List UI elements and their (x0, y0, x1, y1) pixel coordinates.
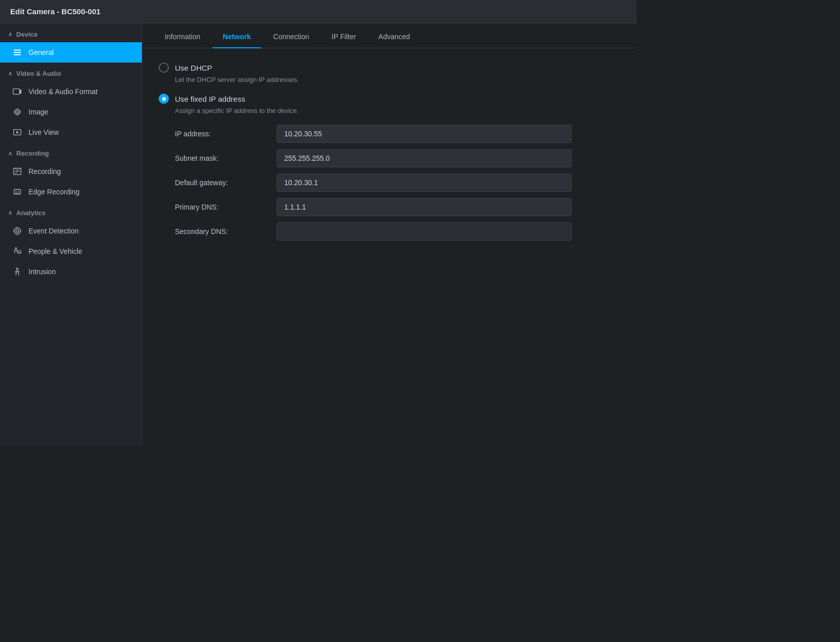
svg-rect-28 (18, 250, 21, 253)
tab-connection[interactable]: Connection (263, 23, 319, 48)
video-format-icon (12, 86, 22, 97)
chevron-analytics-icon: ∧ (8, 210, 12, 216)
svg-rect-17 (14, 168, 16, 169)
sidebar-item-recording[interactable]: Recording (0, 161, 142, 182)
field-row-secondary-dns: Secondary DNS: (175, 222, 620, 241)
field-row-primary-dns: Primary DNS: (175, 198, 620, 216)
general-icon (12, 47, 22, 57)
tab-bar: Information Network Connection IP Filter… (142, 23, 637, 48)
svg-point-29 (18, 253, 19, 254)
primary-dns-input[interactable] (277, 198, 572, 216)
event-detection-icon (12, 226, 22, 236)
network-form: Use DHCP Let the DHCP server assign IP a… (142, 48, 637, 265)
sidebar-item-people-vehicle[interactable]: People & Vehicle (0, 241, 142, 261)
svg-point-30 (20, 253, 21, 254)
sidebar: ∧ Device General ∧ Video & Audio (0, 23, 142, 446)
svg-point-6 (16, 110, 18, 113)
dhcp-radio-button[interactable] (159, 63, 169, 73)
edge-recording-icon: SD (12, 187, 22, 197)
dhcp-radio-row[interactable]: Use DHCP (159, 63, 620, 73)
sidebar-item-recording-label: Recording (28, 167, 61, 176)
sidebar-item-people-vehicle-label: People & Vehicle (28, 247, 82, 255)
section-device-label: Device (16, 31, 38, 38)
sidebar-item-intrusion-label: Intrusion (28, 268, 56, 276)
subnet-mask-input[interactable] (277, 149, 572, 167)
sidebar-item-event-detection-label: Event Detection (28, 227, 79, 235)
fixed-ip-description: Assign a specific IP address to the devi… (175, 107, 620, 114)
subnet-mask-label: Subnet mask: (175, 154, 277, 162)
fixed-ip-radio-row[interactable]: Use fixed IP address (159, 94, 620, 104)
sidebar-item-general[interactable]: General (0, 42, 142, 63)
default-gateway-input[interactable] (277, 173, 572, 192)
fixed-ip-label: Use fixed IP address (175, 95, 245, 103)
svg-marker-12 (16, 131, 19, 133)
sidebar-item-edge-recording[interactable]: SD Edge Recording (0, 182, 142, 202)
sidebar-item-event-detection[interactable]: Event Detection (0, 221, 142, 241)
svg-rect-2 (14, 54, 21, 55)
svg-point-21 (14, 228, 21, 235)
tab-ip-filter[interactable]: IP Filter (321, 23, 366, 48)
section-recording-label: Recording (16, 150, 49, 157)
title-bar: Edit Camera - BC500-001 (0, 0, 637, 23)
window-title: Edit Camera - BC500-001 (10, 7, 101, 16)
default-gateway-label: Default gateway: (175, 179, 277, 187)
chevron-device-icon: ∧ (8, 31, 12, 38)
chevron-recording-icon: ∧ (8, 150, 12, 157)
image-icon (12, 107, 22, 117)
svg-rect-1 (14, 52, 21, 53)
sidebar-item-live-view-label: Live View (28, 128, 59, 136)
ip-fields: IP address: Subnet mask: Default gateway… (175, 125, 620, 241)
ip-address-input[interactable] (277, 125, 572, 143)
recording-icon (12, 166, 22, 177)
tab-network[interactable]: Network (213, 23, 261, 48)
section-video-audio[interactable]: ∧ Video & Audio (0, 63, 142, 81)
sidebar-item-video-audio-format[interactable]: Video & Audio Format (0, 81, 142, 102)
sidebar-item-intrusion[interactable]: Intrusion (0, 261, 142, 282)
dhcp-description: Let the DHCP server assign IP addresses. (175, 76, 620, 83)
chevron-video-icon: ∧ (8, 70, 12, 77)
sidebar-item-video-format-label: Video & Audio Format (28, 87, 98, 96)
svg-point-27 (15, 248, 17, 250)
svg-point-31 (16, 268, 18, 270)
svg-point-22 (16, 229, 18, 232)
svg-rect-3 (13, 89, 20, 95)
section-recording[interactable]: ∧ Recording (0, 142, 142, 161)
dhcp-group: Use DHCP Let the DHCP server assign IP a… (159, 63, 620, 83)
people-vehicle-icon (12, 246, 22, 256)
main-layout: ∧ Device General ∧ Video & Audio (0, 23, 637, 446)
sidebar-item-live-view[interactable]: Live View (0, 122, 142, 142)
sidebar-item-general-label: General (28, 48, 54, 56)
field-row-subnet-mask: Subnet mask: (175, 149, 620, 167)
svg-rect-0 (14, 50, 21, 51)
liveview-icon (12, 127, 22, 137)
intrusion-icon (12, 267, 22, 277)
sidebar-item-image[interactable]: Image (0, 102, 142, 122)
svg-point-5 (15, 109, 20, 115)
secondary-dns-input[interactable] (277, 222, 572, 241)
svg-text:SD: SD (15, 191, 20, 194)
tab-advanced[interactable]: Advanced (368, 23, 420, 48)
fixed-ip-group: Use fixed IP address Assign a specific I… (159, 94, 620, 241)
sidebar-item-edge-recording-label: Edge Recording (28, 188, 79, 196)
fixed-ip-radio-button[interactable] (159, 94, 169, 104)
dhcp-label: Use DHCP (175, 64, 212, 72)
primary-dns-label: Primary DNS: (175, 203, 277, 211)
section-analytics-label: Analytics (16, 209, 46, 217)
svg-rect-18 (19, 168, 21, 169)
section-device[interactable]: ∧ Device (0, 23, 142, 42)
secondary-dns-label: Secondary DNS: (175, 227, 277, 236)
section-analytics[interactable]: ∧ Analytics (0, 202, 142, 221)
content-area: Information Network Connection IP Filter… (142, 23, 637, 446)
field-row-ip-address: IP address: (175, 125, 620, 143)
sidebar-item-image-label: Image (28, 108, 48, 116)
tab-information[interactable]: Information (155, 23, 211, 48)
field-row-default-gateway: Default gateway: (175, 173, 620, 192)
section-video-label: Video & Audio (16, 70, 61, 77)
ip-address-label: IP address: (175, 130, 277, 138)
